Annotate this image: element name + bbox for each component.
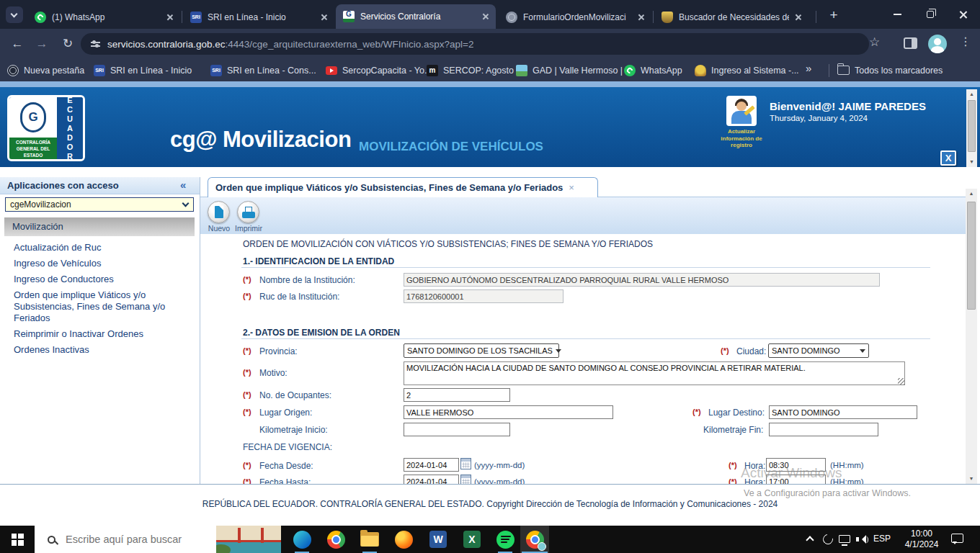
taskbar-spotify[interactable] bbox=[491, 526, 520, 553]
bookmark-whatsapp[interactable]: WhatsApp bbox=[624, 62, 682, 78]
fecha-hasta-field[interactable] bbox=[404, 475, 459, 484]
taskbar-search[interactable] bbox=[35, 526, 281, 553]
bookmark-gad-valle-hermoso[interactable]: GAD | Valle Hermoso | bbox=[516, 62, 623, 78]
network-icon[interactable] bbox=[839, 535, 850, 543]
scrollbar-thumb[interactable] bbox=[968, 100, 976, 152]
tab-label: SRI en Línea - Inicio bbox=[208, 12, 315, 22]
lugar-destino-field[interactable] bbox=[769, 405, 917, 419]
nuevo-button[interactable] bbox=[208, 201, 230, 223]
bookmarks-overflow-icon[interactable]: » bbox=[806, 62, 811, 74]
ocupantes-field[interactable] bbox=[404, 388, 510, 402]
side-panel-icon[interactable] bbox=[904, 37, 917, 49]
scrollbar-thumb[interactable] bbox=[967, 202, 976, 310]
required-mark: (*) bbox=[243, 390, 251, 399]
user-avatar[interactable] bbox=[726, 96, 757, 126]
content-scrollbar[interactable]: ▲ ▼ bbox=[966, 189, 977, 484]
calendar-icon[interactable] bbox=[460, 458, 471, 469]
sidebar-item-ingreso-conductores[interactable]: Ingreso de Conductores bbox=[14, 274, 191, 285]
tray-chevron-up-icon[interactable] bbox=[806, 536, 814, 544]
language-indicator[interactable]: ESP bbox=[873, 534, 891, 544]
content-tab-close-icon[interactable]: × bbox=[569, 182, 574, 193]
window-close-button[interactable] bbox=[947, 0, 980, 29]
browser-tab-sri[interactable]: SRI en Línea - Inicio bbox=[183, 5, 334, 29]
address-bar[interactable]: servicios.contraloria.gob.ec:4443/cge_ar… bbox=[81, 33, 869, 55]
fecha-desde-field[interactable] bbox=[404, 458, 459, 472]
back-button[interactable]: ← bbox=[7, 34, 27, 54]
bookmark-sercopcapacita[interactable]: SercopCapacita - Yo... bbox=[326, 62, 432, 78]
browser-tab-formulario[interactable]: FormularioOrdenMovilizaci bbox=[499, 5, 651, 29]
tab-close-icon[interactable] bbox=[166, 14, 174, 21]
nombre-institucion-field[interactable] bbox=[404, 273, 880, 287]
scroll-up-icon[interactable]: ▲ bbox=[966, 89, 977, 99]
search-input[interactable] bbox=[66, 534, 188, 545]
form-title: ORDEN DE MOVILIZACIÓN CON VIÁTICOS Y/O S… bbox=[243, 239, 653, 249]
taskbar-chrome[interactable] bbox=[321, 526, 350, 553]
sidebar-item-orden-viaticos[interactable]: Orden que implique Viáticos y/o Subsiste… bbox=[14, 289, 191, 324]
content-tab[interactable]: Orden que implique Viáticos y/o Subsiste… bbox=[208, 177, 598, 197]
search-highlight-image[interactable] bbox=[216, 526, 281, 553]
taskbar-firefox[interactable] bbox=[389, 526, 418, 553]
tab-close-icon[interactable] bbox=[482, 13, 489, 20]
ciudad-select[interactable]: SANTO DOMINGO bbox=[768, 343, 869, 358]
session-close-button[interactable]: X bbox=[940, 150, 956, 166]
header-scrollbar[interactable]: ▲ ▼ bbox=[966, 89, 977, 167]
km-fin-field[interactable] bbox=[769, 423, 878, 436]
browser-tab-servicios-contraloria[interactable]: Servicios Contraloría bbox=[336, 4, 496, 29]
site-settings-icon[interactable] bbox=[91, 40, 100, 48]
scroll-down-icon[interactable]: ▼ bbox=[966, 157, 977, 167]
sidebar-item-reimprimir-ordenes[interactable]: Reimprimir o Inactivar Ordenes bbox=[14, 328, 191, 340]
sidebar-collapse-icon[interactable]: « bbox=[180, 179, 186, 191]
bookmark-sri-cons[interactable]: SRI en Línea - Cons... bbox=[210, 62, 316, 78]
calendar-icon[interactable] bbox=[460, 475, 471, 484]
browser-tab-whatsapp[interactable]: (1) WhatsApp bbox=[27, 5, 180, 29]
volume-icon[interactable] bbox=[856, 534, 869, 544]
bookmark-nueva-pestana[interactable]: Nueva pestaña bbox=[7, 62, 84, 78]
imprimir-button[interactable] bbox=[237, 201, 259, 223]
action-center-icon[interactable] bbox=[951, 534, 963, 543]
bookmark-star-icon[interactable]: ☆ bbox=[869, 35, 880, 50]
scroll-down-icon[interactable]: ▼ bbox=[966, 474, 977, 484]
divider bbox=[241, 267, 930, 268]
tab-close-icon[interactable] bbox=[321, 14, 328, 21]
profile-avatar[interactable] bbox=[928, 35, 947, 53]
sidebar-item-ingreso-vehiculos[interactable]: Ingreso de Vehículos bbox=[14, 258, 191, 269]
sidebar-item-ordenes-inactivas[interactable]: Ordenes Inactivas bbox=[14, 344, 191, 356]
bookmark-sercop-agosto[interactable]: SERCOP: Agosto bbox=[427, 62, 514, 78]
bookmark-ingreso-sistema[interactable]: Ingreso al Sistema -... bbox=[695, 62, 799, 78]
km-inicio-field[interactable] bbox=[404, 423, 510, 436]
motivo-field[interactable] bbox=[404, 361, 905, 385]
tab-list-button[interactable] bbox=[6, 6, 23, 23]
fecha-hasta-label: Fecha Hasta: bbox=[259, 477, 311, 484]
tab-close-icon[interactable] bbox=[795, 14, 802, 21]
fecha-format-hint: (yyyy-mm-dd) bbox=[474, 477, 525, 484]
lugar-origen-field[interactable] bbox=[404, 405, 613, 419]
ruc-institucion-field[interactable] bbox=[404, 289, 564, 303]
browser-tab-buscador[interactable]: Buscador de Necesidades de bbox=[654, 5, 808, 29]
bookmark-sri-inicio[interactable]: SRI en Línea - Inicio bbox=[94, 62, 192, 78]
all-bookmarks-button[interactable]: Todos los marcadores bbox=[837, 62, 943, 78]
textarea-resize-handle[interactable] bbox=[898, 378, 904, 385]
content-toolbar bbox=[200, 197, 977, 234]
forward-button[interactable]: → bbox=[32, 34, 52, 54]
reload-button[interactable]: ↻ bbox=[58, 34, 78, 54]
taskbar-explorer[interactable] bbox=[355, 526, 384, 553]
update-registration-link[interactable]: Actualizar información de registro bbox=[715, 128, 768, 149]
taskbar-word[interactable]: W bbox=[424, 526, 453, 553]
window-minimize-button[interactable] bbox=[881, 0, 914, 29]
tab-close-icon[interactable] bbox=[638, 14, 645, 21]
taskbar-clock[interactable]: 10:00 4/1/2024 bbox=[898, 529, 945, 550]
crest-icon bbox=[695, 65, 706, 76]
taskbar-chrome-active[interactable] bbox=[520, 526, 549, 553]
start-button[interactable] bbox=[0, 526, 35, 553]
new-tab-button[interactable]: + bbox=[824, 6, 843, 24]
taskbar-edge[interactable] bbox=[288, 526, 316, 553]
sidebar-item-actualizacion-ruc[interactable]: Actualización de Ruc bbox=[14, 242, 191, 253]
application-select[interactable]: cgeMovilizacion bbox=[5, 197, 194, 212]
scroll-up-icon[interactable]: ▲ bbox=[966, 189, 977, 199]
sync-icon[interactable] bbox=[821, 532, 834, 546]
taskbar-excel[interactable]: X bbox=[458, 526, 486, 553]
firefox-icon bbox=[395, 531, 413, 549]
window-restore-button[interactable] bbox=[914, 0, 947, 29]
browser-menu-icon[interactable]: ⋮ bbox=[958, 35, 973, 48]
provincia-select[interactable]: SANTO DOMINGO DE LOS TSACHILAS bbox=[404, 343, 559, 358]
